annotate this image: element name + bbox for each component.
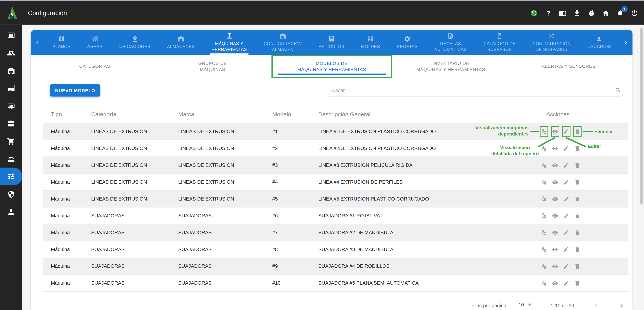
tab-areas[interactable]: ÁREAS <box>84 30 106 55</box>
sidebar-item-quality[interactable] <box>0 97 22 115</box>
column-header-categoria: Categoría <box>91 111 178 118</box>
dependent-machines-button[interactable] <box>540 176 548 188</box>
logout-button[interactable] <box>628 6 641 20</box>
help-button[interactable]: ? <box>542 6 554 20</box>
delete-button[interactable] <box>573 193 582 204</box>
tab-almacenes[interactable]: ALMACENES <box>164 30 198 55</box>
edit-button[interactable] <box>562 227 570 238</box>
dependent-machines-button[interactable] <box>540 126 548 137</box>
tree-icon <box>541 263 547 269</box>
view-detail-button[interactable] <box>551 126 560 137</box>
tabs-scroll-left-icon[interactable] <box>31 30 44 55</box>
subtab-inventario[interactable]: INVENTARIO DE MÁQUINAS Y HERRAMIENTAS <box>392 55 510 78</box>
sidebar-item-sales[interactable] <box>0 150 22 168</box>
edit-button[interactable] <box>562 210 570 221</box>
register-icon <box>7 155 15 163</box>
delete-button[interactable] <box>573 126 582 137</box>
tab-moldes[interactable]: MOLDES <box>358 30 383 55</box>
manual-button[interactable] <box>556 6 569 20</box>
view-detail-button[interactable] <box>551 227 560 238</box>
eye-icon <box>552 263 558 269</box>
sidebar-item-news[interactable] <box>0 26 22 44</box>
delete-button[interactable] <box>573 160 582 171</box>
sidebar-item-profile[interactable] <box>0 203 22 221</box>
edit-button[interactable] <box>562 126 570 137</box>
search-input[interactable] <box>329 87 615 94</box>
edit-button[interactable] <box>562 193 570 204</box>
sidebar-item-configuration[interactable] <box>0 168 22 186</box>
subtab-categorias[interactable]: CATEGORÍAS <box>36 55 154 78</box>
page-scrollbar[interactable] <box>639 25 644 310</box>
tab-configuracion-subpasos[interactable]: CONFIGURACIÓN DE SUBPASOS <box>529 30 574 55</box>
language-button[interactable] <box>528 6 540 20</box>
column-header-descripcion: Descripción General <box>318 111 546 118</box>
view-detail-button[interactable] <box>551 278 560 288</box>
prev-page-button[interactable] <box>592 302 600 309</box>
tab-articulos[interactable]: ARTÍCULOS <box>315 30 348 55</box>
delete-button[interactable] <box>573 261 582 272</box>
edit-button[interactable] <box>562 261 570 272</box>
dependent-machines-button[interactable] <box>540 210 548 221</box>
delete-button[interactable] <box>573 227 582 238</box>
tab-usuarios[interactable]: USUARIOS <box>584 30 614 55</box>
delete-button[interactable] <box>573 278 582 288</box>
notifications-button[interactable]: 1 <box>614 6 626 20</box>
next-page-button[interactable] <box>618 302 625 309</box>
dependent-machines-button[interactable] <box>540 193 548 204</box>
tree-icon <box>541 196 547 202</box>
person-icon <box>7 208 15 216</box>
eye-icon <box>552 230 558 236</box>
topbar: Configuración ? <box>0 1 644 25</box>
cell-descripcion: SUAJADORA #5 PLANA SEMI AUTOMATICA <box>318 280 546 286</box>
delete-button[interactable] <box>573 176 582 188</box>
view-detail-button[interactable] <box>551 210 560 221</box>
sidebar-item-production[interactable] <box>0 79 22 97</box>
dependent-machines-button[interactable] <box>540 278 548 288</box>
dependent-machines-button[interactable] <box>540 244 548 255</box>
dependent-machines-button[interactable] <box>540 261 548 272</box>
subtab-alertas-y-sensores[interactable]: ALERTAS Y SENSORES <box>510 55 628 78</box>
tab-planos[interactable]: PLANOS <box>49 30 74 55</box>
annotation-dependent-machines: Visualización máquinas dependientes <box>434 125 528 137</box>
dependent-machines-button[interactable] <box>540 160 548 171</box>
sidebar-item-people[interactable] <box>0 44 22 62</box>
edit-button[interactable] <box>562 244 570 255</box>
delete-button[interactable] <box>573 143 582 154</box>
tab-recetas-automaticas[interactable]: RECETAS AUTOMÁTICAS <box>431 30 470 55</box>
cell-descripcion: SUAJADORA #3 DE MANDIBULA <box>318 246 546 252</box>
subtab-grupos-de-maquinas[interactable]: GRUPOS DE MÁQUINAS <box>154 55 272 78</box>
sidebar-item-maintenance[interactable] <box>0 114 22 132</box>
tab-maquinas-herramientas[interactable]: MÁQUINAS Y HERRAMIENTAS <box>208 30 250 55</box>
report-bug-button[interactable] <box>585 6 598 20</box>
sidebar-item-purchases[interactable] <box>0 132 22 150</box>
dependent-machines-button[interactable] <box>540 227 548 238</box>
eye-icon <box>552 280 558 286</box>
rows-per-page-select[interactable]: 10 <box>516 301 534 310</box>
delete-button[interactable] <box>573 210 582 221</box>
delete-button[interactable] <box>573 244 582 255</box>
sidebar-item-warehouse[interactable] <box>0 62 22 79</box>
download-button[interactable] <box>570 6 583 20</box>
view-detail-button[interactable] <box>551 160 560 171</box>
view-detail-button[interactable] <box>551 261 560 272</box>
edit-button[interactable] <box>562 278 570 288</box>
home-button[interactable] <box>599 6 612 20</box>
tabs-scroll-right-icon[interactable] <box>619 30 632 55</box>
view-detail-button[interactable] <box>551 193 560 204</box>
table-row: Máquina SUAJADORAS SUAJADORAS #8 SUAJADO… <box>43 241 628 258</box>
subtab-modelos-de-maquinas[interactable]: MODELOS DE MÁQUINAS Y HERRAMIENTAS <box>272 55 392 78</box>
edit-button[interactable] <box>562 160 570 171</box>
tab-ubicaciones[interactable]: UBICACIONES <box>116 30 154 55</box>
new-model-button[interactable]: NUEVO MODELO <box>50 84 100 96</box>
view-detail-button[interactable] <box>551 176 560 188</box>
sidebar-item-security[interactable] <box>0 185 22 203</box>
tab-configuracion-almacen[interactable]: CONFIGURACIÓN ALMACÉN <box>260 30 305 55</box>
edit-button[interactable] <box>562 176 570 188</box>
sub-tabs: CATEGORÍAS GRUPOS DE MÁQUINAS MODELOS DE… <box>36 55 628 78</box>
tab-catalogo-subpasos[interactable]: CATÁLOGO DE SUBPASOS <box>480 30 519 55</box>
view-detail-button[interactable] <box>551 244 560 255</box>
trash-icon <box>574 179 580 185</box>
tab-recetas[interactable]: RECETAS <box>394 30 421 55</box>
cell-tipo: Máquina <box>51 146 91 151</box>
scrollbar-thumb[interactable] <box>640 28 643 204</box>
